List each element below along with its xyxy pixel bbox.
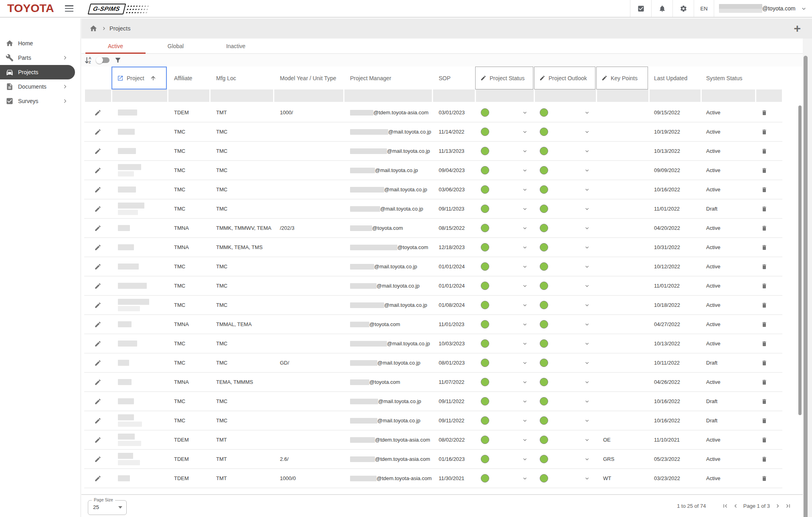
delete-row-icon[interactable] <box>761 436 767 444</box>
chevron-down-icon[interactable] <box>584 360 590 366</box>
chevron-down-icon[interactable] <box>584 264 590 270</box>
chevron-down-icon[interactable] <box>522 476 528 481</box>
tasks-checkbox-icon[interactable] <box>630 0 651 17</box>
delete-row-icon[interactable] <box>761 475 767 482</box>
edit-row-icon[interactable] <box>94 205 101 213</box>
status-circle[interactable] <box>481 359 489 367</box>
delete-row-icon[interactable] <box>761 128 767 136</box>
add-project-button[interactable]: + <box>794 24 801 33</box>
column-header-last_updated[interactable]: Last Updated <box>649 67 701 89</box>
tab-inactive[interactable]: Inactive <box>206 39 266 54</box>
status-circle[interactable] <box>481 320 489 328</box>
project-column-box[interactable]: Project <box>111 67 167 89</box>
outlook-circle[interactable] <box>540 320 548 328</box>
filter-cell-sop[interactable] <box>433 89 475 102</box>
chevron-down-icon[interactable] <box>584 245 590 250</box>
outlook-circle[interactable] <box>540 262 548 271</box>
status-circle[interactable] <box>481 185 489 194</box>
filter-cell-project_status[interactable] <box>476 89 534 102</box>
status-circle[interactable] <box>481 128 489 136</box>
chevron-down-icon[interactable] <box>522 245 528 250</box>
status-circle[interactable] <box>481 474 489 483</box>
outlook-circle[interactable] <box>540 378 548 386</box>
chevron-down-icon[interactable] <box>522 360 528 366</box>
outlook-circle[interactable] <box>540 359 548 367</box>
delete-row-icon[interactable] <box>761 359 767 367</box>
chevron-down-icon[interactable] <box>584 283 590 289</box>
last-page-icon[interactable] <box>785 503 792 509</box>
delete-row-icon[interactable] <box>761 456 767 463</box>
delete-row-icon[interactable] <box>761 205 767 213</box>
chevron-down-icon[interactable] <box>522 341 528 347</box>
delete-row-icon[interactable] <box>761 225 767 232</box>
status-circle[interactable] <box>481 416 489 425</box>
page-scrollbar-track[interactable] <box>803 39 812 517</box>
key_points-column-box[interactable]: Key Points <box>596 67 648 89</box>
delete-row-icon[interactable] <box>761 148 767 155</box>
status-circle[interactable] <box>481 301 489 309</box>
chevron-down-icon[interactable] <box>522 456 528 462</box>
column-header-project_status[interactable]: Project Status <box>475 67 534 89</box>
sidebar-item-home[interactable]: Home <box>0 36 81 51</box>
column-header-model_year[interactable]: Model Year / Unit Type <box>273 67 344 89</box>
delete-row-icon[interactable] <box>761 244 767 251</box>
status-circle[interactable] <box>481 243 489 251</box>
outlook-circle[interactable] <box>540 455 548 463</box>
status-circle[interactable] <box>481 378 489 386</box>
edit-row-icon[interactable] <box>94 359 101 367</box>
sidebar-item-parts[interactable]: Parts <box>0 51 81 65</box>
chevron-down-icon[interactable] <box>584 418 590 424</box>
edit-row-icon[interactable] <box>94 148 101 155</box>
edit-row-icon[interactable] <box>94 244 101 251</box>
first-page-icon[interactable] <box>722 503 729 509</box>
column-header-project_outlook[interactable]: Project Outlook <box>534 67 596 89</box>
outlook-circle[interactable] <box>540 108 548 117</box>
outlook-circle[interactable] <box>540 436 548 444</box>
chevron-down-icon[interactable] <box>522 418 528 424</box>
delete-row-icon[interactable] <box>761 379 767 386</box>
delete-row-icon[interactable] <box>761 167 767 174</box>
status-circle[interactable] <box>481 147 489 155</box>
filter-cell-project_outlook[interactable] <box>535 89 596 102</box>
chevron-down-icon[interactable] <box>584 168 590 173</box>
chevron-down-icon[interactable] <box>584 341 590 347</box>
chevron-down-icon[interactable] <box>522 129 528 135</box>
outlook-circle[interactable] <box>540 205 548 213</box>
filter-cell-system_status[interactable] <box>702 89 755 102</box>
edit-row-icon[interactable] <box>94 417 101 424</box>
sidebar-item-surveys[interactable]: Surveys <box>0 94 81 108</box>
status-circle[interactable] <box>481 282 489 290</box>
outlook-circle[interactable] <box>540 147 548 155</box>
next-page-icon[interactable] <box>774 503 781 509</box>
filter-cell-affiliate[interactable] <box>168 89 209 102</box>
outlook-circle[interactable] <box>540 282 548 290</box>
filter-cell-project[interactable] <box>112 89 167 102</box>
edit-row-icon[interactable] <box>94 398 101 405</box>
chevron-down-icon[interactable] <box>584 322 590 327</box>
chevron-down-icon[interactable] <box>584 110 590 116</box>
edit-row-icon[interactable] <box>94 167 101 174</box>
sidebar-item-projects[interactable]: Projects <box>0 65 75 79</box>
outlook-circle[interactable] <box>540 474 548 483</box>
edit-row-icon[interactable] <box>94 340 101 347</box>
chevron-down-icon[interactable] <box>584 456 590 462</box>
outlook-circle[interactable] <box>540 185 548 194</box>
outlook-circle[interactable] <box>540 128 548 136</box>
edit-row-icon[interactable] <box>94 321 101 328</box>
outlook-circle[interactable] <box>540 301 548 309</box>
filter-cell-model_year[interactable] <box>274 89 343 102</box>
delete-row-icon[interactable] <box>761 321 767 328</box>
status-circle[interactable] <box>481 397 489 405</box>
edit-row-icon[interactable] <box>94 302 101 309</box>
filter-cell-key_points[interactable] <box>597 89 648 102</box>
filter-toggle-switch[interactable] <box>96 56 110 64</box>
chevron-down-icon[interactable] <box>522 148 528 154</box>
filter-cell-edit[interactable] <box>85 89 111 102</box>
delete-row-icon[interactable] <box>761 263 767 270</box>
status-circle[interactable] <box>481 108 489 117</box>
project_status-column-box[interactable]: Project Status <box>475 67 533 89</box>
edit-row-icon[interactable] <box>94 186 101 193</box>
delete-row-icon[interactable] <box>761 302 767 309</box>
chevron-down-icon[interactable] <box>584 302 590 308</box>
chevron-down-icon[interactable] <box>522 206 528 212</box>
